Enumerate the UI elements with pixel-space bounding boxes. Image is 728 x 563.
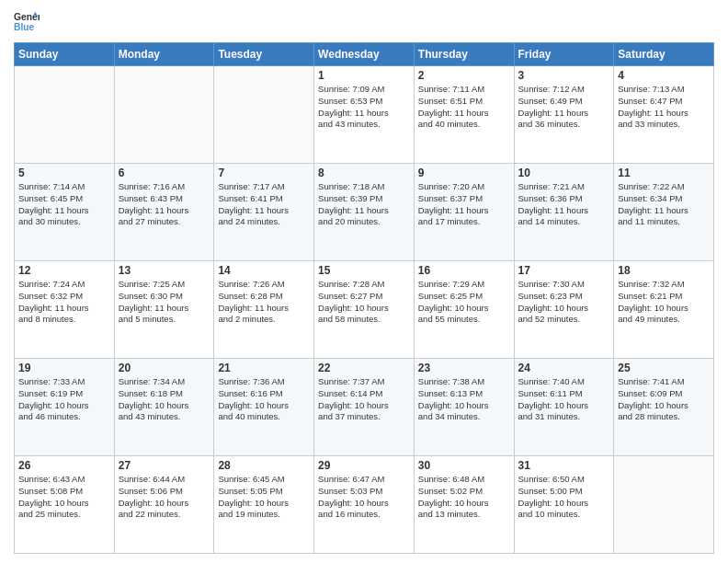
calendar-container: General Blue SundayMondayTuesdayWednesda… (0, 0, 728, 563)
day-number: 20 (119, 362, 210, 374)
calendar-cell: 1Sunrise: 7:09 AM Sunset: 6:53 PM Daylig… (314, 66, 415, 164)
day-number: 30 (418, 459, 510, 472)
day-number: 12 (18, 264, 110, 277)
day-number: 16 (418, 264, 510, 277)
day-info: Sunrise: 7:26 AM Sunset: 6:28 PM Dayligh… (218, 279, 310, 326)
day-info: Sunrise: 7:11 AM Sunset: 6:51 PM Dayligh… (418, 84, 510, 131)
day-number: 27 (119, 459, 210, 472)
day-number: 29 (318, 459, 410, 472)
calendar-cell: 23Sunrise: 7:38 AM Sunset: 6:13 PM Dayli… (414, 359, 514, 456)
day-number: 28 (218, 459, 310, 472)
week-row-0: 1Sunrise: 7:09 AM Sunset: 6:53 PM Daylig… (15, 66, 714, 164)
day-info: Sunrise: 7:34 AM Sunset: 6:18 PM Dayligh… (119, 376, 210, 423)
calendar-cell: 14Sunrise: 7:26 AM Sunset: 6:28 PM Dayli… (214, 261, 314, 359)
calendar-cell (614, 456, 714, 554)
calendar-cell: 9Sunrise: 7:20 AM Sunset: 6:37 PM Daylig… (414, 164, 514, 261)
day-info: Sunrise: 7:25 AM Sunset: 6:30 PM Dayligh… (119, 279, 210, 326)
day-number: 7 (218, 167, 310, 179)
day-info: Sunrise: 6:45 AM Sunset: 5:05 PM Dayligh… (218, 474, 310, 521)
calendar-cell (214, 66, 314, 164)
day-info: Sunrise: 7:38 AM Sunset: 6:13 PM Dayligh… (418, 376, 510, 423)
calendar-cell: 4Sunrise: 7:13 AM Sunset: 6:47 PM Daylig… (614, 66, 714, 164)
week-row-2: 12Sunrise: 7:24 AM Sunset: 6:32 PM Dayli… (15, 261, 714, 359)
day-info: Sunrise: 7:40 AM Sunset: 6:11 PM Dayligh… (518, 376, 610, 423)
day-info: Sunrise: 7:24 AM Sunset: 6:32 PM Dayligh… (18, 279, 110, 326)
day-number: 5 (18, 167, 110, 179)
week-row-3: 19Sunrise: 7:33 AM Sunset: 6:19 PM Dayli… (15, 359, 714, 456)
day-info: Sunrise: 7:13 AM Sunset: 6:47 PM Dayligh… (618, 84, 710, 131)
day-number: 15 (318, 264, 410, 277)
day-info: Sunrise: 7:09 AM Sunset: 6:53 PM Dayligh… (318, 84, 410, 131)
calendar-cell: 2Sunrise: 7:11 AM Sunset: 6:51 PM Daylig… (414, 66, 514, 164)
weekday-header-saturday: Saturday (614, 43, 714, 66)
day-number: 25 (618, 362, 710, 374)
day-info: Sunrise: 7:37 AM Sunset: 6:14 PM Dayligh… (318, 376, 410, 423)
day-info: Sunrise: 6:44 AM Sunset: 5:06 PM Dayligh… (119, 474, 210, 521)
calendar-cell: 11Sunrise: 7:22 AM Sunset: 6:34 PM Dayli… (614, 164, 714, 261)
calendar-cell: 24Sunrise: 7:40 AM Sunset: 6:11 PM Dayli… (514, 359, 614, 456)
day-number: 18 (618, 264, 710, 277)
calendar-cell: 3Sunrise: 7:12 AM Sunset: 6:49 PM Daylig… (514, 66, 614, 164)
day-number: 11 (618, 167, 710, 179)
calendar-cell: 29Sunrise: 6:47 AM Sunset: 5:03 PM Dayli… (314, 456, 415, 554)
calendar-cell: 16Sunrise: 7:29 AM Sunset: 6:25 PM Dayli… (414, 261, 514, 359)
weekday-header-friday: Friday (514, 43, 614, 66)
day-number: 1 (318, 69, 410, 82)
calendar-cell: 21Sunrise: 7:36 AM Sunset: 6:16 PM Dayli… (214, 359, 314, 456)
day-info: Sunrise: 7:12 AM Sunset: 6:49 PM Dayligh… (518, 84, 610, 131)
calendar-cell: 10Sunrise: 7:21 AM Sunset: 6:36 PM Dayli… (514, 164, 614, 261)
day-info: Sunrise: 7:22 AM Sunset: 6:34 PM Dayligh… (618, 181, 710, 228)
calendar-cell: 5Sunrise: 7:14 AM Sunset: 6:45 PM Daylig… (15, 164, 115, 261)
calendar-cell: 28Sunrise: 6:45 AM Sunset: 5:05 PM Dayli… (214, 456, 314, 554)
day-info: Sunrise: 7:29 AM Sunset: 6:25 PM Dayligh… (418, 279, 510, 326)
day-number: 24 (518, 362, 610, 374)
day-info: Sunrise: 7:18 AM Sunset: 6:39 PM Dayligh… (318, 181, 410, 228)
calendar-cell: 27Sunrise: 6:44 AM Sunset: 5:06 PM Dayli… (114, 456, 214, 554)
day-info: Sunrise: 7:32 AM Sunset: 6:21 PM Dayligh… (618, 279, 710, 326)
calendar-cell: 13Sunrise: 7:25 AM Sunset: 6:30 PM Dayli… (114, 261, 214, 359)
day-info: Sunrise: 7:21 AM Sunset: 6:36 PM Dayligh… (518, 181, 610, 228)
calendar-cell: 25Sunrise: 7:41 AM Sunset: 6:09 PM Dayli… (614, 359, 714, 456)
day-number: 3 (518, 69, 610, 82)
day-info: Sunrise: 7:36 AM Sunset: 6:16 PM Dayligh… (218, 376, 310, 423)
logo: General Blue (14, 9, 40, 35)
calendar-cell: 22Sunrise: 7:37 AM Sunset: 6:14 PM Dayli… (314, 359, 415, 456)
day-info: Sunrise: 6:43 AM Sunset: 5:08 PM Dayligh… (18, 474, 110, 521)
calendar-cell: 12Sunrise: 7:24 AM Sunset: 6:32 PM Dayli… (15, 261, 115, 359)
weekday-header-wednesday: Wednesday (314, 43, 415, 66)
calendar-cell (114, 66, 214, 164)
calendar-cell (15, 66, 115, 164)
calendar-table: SundayMondayTuesdayWednesdayThursdayFrid… (14, 42, 714, 554)
week-row-1: 5Sunrise: 7:14 AM Sunset: 6:45 PM Daylig… (15, 164, 714, 261)
day-number: 22 (318, 362, 410, 374)
day-number: 4 (618, 69, 710, 82)
day-info: Sunrise: 7:16 AM Sunset: 6:43 PM Dayligh… (119, 181, 210, 228)
day-number: 2 (418, 69, 510, 82)
calendar-cell: 6Sunrise: 7:16 AM Sunset: 6:43 PM Daylig… (114, 164, 214, 261)
day-number: 19 (18, 362, 110, 374)
calendar-cell: 18Sunrise: 7:32 AM Sunset: 6:21 PM Dayli… (614, 261, 714, 359)
day-number: 31 (518, 459, 610, 472)
calendar-cell: 7Sunrise: 7:17 AM Sunset: 6:41 PM Daylig… (214, 164, 314, 261)
day-info: Sunrise: 6:47 AM Sunset: 5:03 PM Dayligh… (318, 474, 410, 521)
day-info: Sunrise: 7:28 AM Sunset: 6:27 PM Dayligh… (318, 279, 410, 326)
calendar-cell: 20Sunrise: 7:34 AM Sunset: 6:18 PM Dayli… (114, 359, 214, 456)
day-info: Sunrise: 6:48 AM Sunset: 5:02 PM Dayligh… (418, 474, 510, 521)
svg-text:Blue: Blue (14, 22, 35, 32)
logo-icon: General Blue (14, 9, 40, 35)
weekday-header-monday: Monday (114, 43, 214, 66)
day-number: 23 (418, 362, 510, 374)
week-row-4: 26Sunrise: 6:43 AM Sunset: 5:08 PM Dayli… (15, 456, 714, 554)
day-number: 10 (518, 167, 610, 179)
weekday-header-tuesday: Tuesday (214, 43, 314, 66)
header: General Blue (14, 9, 714, 35)
day-number: 9 (418, 167, 510, 179)
day-number: 6 (119, 167, 210, 179)
day-info: Sunrise: 7:41 AM Sunset: 6:09 PM Dayligh… (618, 376, 710, 423)
calendar-cell: 31Sunrise: 6:50 AM Sunset: 5:00 PM Dayli… (514, 456, 614, 554)
day-number: 26 (18, 459, 110, 472)
calendar-cell: 17Sunrise: 7:30 AM Sunset: 6:23 PM Dayli… (514, 261, 614, 359)
weekday-header-sunday: Sunday (15, 43, 115, 66)
day-info: Sunrise: 7:30 AM Sunset: 6:23 PM Dayligh… (518, 279, 610, 326)
day-number: 21 (218, 362, 310, 374)
